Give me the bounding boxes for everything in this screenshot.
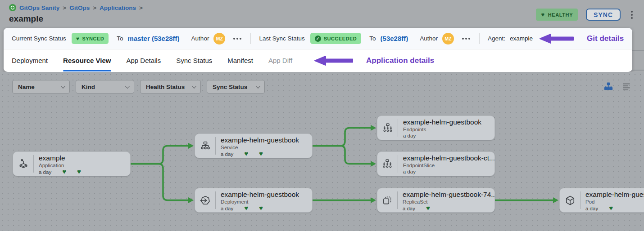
- dimmed-divider: [632, 50, 644, 51]
- tab-manifest[interactable]: Manifest: [227, 49, 253, 71]
- health-heart-icon: ♥: [259, 204, 263, 212]
- breadcrumb: GitOps Sanity > GitOps > Applications >: [9, 4, 143, 11]
- more-actions-icon[interactable]: [232, 36, 242, 41]
- author-label: Author: [420, 35, 438, 42]
- divider: [479, 33, 480, 44]
- node-kind: Endpoints: [403, 127, 481, 132]
- graph-node-endpointslice[interactable]: example-helm-guestbook-ct... EndpointSli…: [377, 151, 495, 176]
- pod-icon: [560, 191, 581, 209]
- node-title: example-helm-guestbook-74...: [403, 191, 494, 199]
- synced-badge: ♥ SYNCED: [72, 33, 109, 44]
- highlighted-panel: Current Sync Status ♥ SYNCED To master (…: [4, 28, 632, 72]
- heart-icon: ♥: [76, 36, 80, 41]
- node-title: example: [39, 154, 81, 162]
- current-sync-status-label: Current Sync Status: [12, 35, 66, 42]
- health-status-badge: ♥ HEALTHY: [536, 9, 578, 21]
- tab-deployment[interactable]: Deployment: [12, 49, 48, 71]
- health-heart-icon: ♥: [244, 150, 248, 157]
- author-label: Author: [191, 35, 209, 42]
- node-kind: Application: [39, 163, 81, 168]
- breadcrumb-separator: >: [93, 4, 96, 11]
- author-avatar: MZ: [213, 33, 225, 44]
- last-revision-link[interactable]: (53e28ff): [381, 35, 408, 42]
- annotation-arrow-left-icon: [539, 33, 574, 44]
- health-heart-icon: ♥: [259, 150, 263, 157]
- graph-node-application[interactable]: example Application a day♥♥: [13, 151, 131, 176]
- node-age: a day: [403, 206, 415, 211]
- health-heart-icon: ♥: [62, 168, 66, 175]
- node-age: a day: [403, 169, 416, 174]
- node-title: example-helm-guestbook: [403, 118, 481, 126]
- agent-label: Agent:: [488, 35, 505, 42]
- succeeded-badge: ✓ SUCCEEDED: [310, 33, 362, 44]
- tab-resource-view[interactable]: Resource View: [63, 49, 111, 71]
- node-age: a day: [403, 133, 416, 138]
- node-age: a day: [39, 169, 51, 175]
- sync-status-bar: Current Sync Status ♥ SYNCED To master (…: [4, 28, 632, 49]
- breadcrumb-link-gitops[interactable]: GitOps: [69, 4, 90, 11]
- health-heart-icon: ♥: [609, 204, 613, 212]
- node-title: example-helm-guest: [585, 191, 644, 199]
- graph-node-replicaset[interactable]: example-helm-guestbook-74... ReplicaSet …: [377, 188, 495, 213]
- check-circle-icon: ✓: [315, 36, 321, 42]
- heart-icon: ♥: [541, 12, 544, 18]
- to-label: To: [117, 35, 123, 42]
- tab-app-details[interactable]: App Details: [127, 49, 161, 71]
- annotation-arrow-left-icon: [314, 55, 354, 66]
- deployment-icon: [195, 191, 216, 209]
- gitops-logo-icon: [9, 4, 16, 11]
- current-revision-link[interactable]: master (53e28ff): [128, 35, 180, 42]
- sync-button[interactable]: SYNC: [586, 9, 621, 21]
- node-kind: EndpointSlice: [403, 163, 494, 168]
- breadcrumb-separator: >: [63, 4, 66, 11]
- graph-node-endpoints[interactable]: example-helm-guestbook Endpoints a day: [377, 116, 495, 140]
- node-title: example-helm-guestbook: [221, 191, 299, 199]
- divider: [250, 33, 251, 44]
- page-title: example: [9, 14, 43, 24]
- application-details-annotation: Application details: [366, 56, 434, 65]
- node-title: example-helm-guestbook: [221, 136, 299, 144]
- health-heart-icon: ♥: [77, 168, 81, 175]
- node-title: example-helm-guestbook-ct...: [403, 154, 494, 162]
- graph-node-deployment[interactable]: example-helm-guestbook Deployment a day♥…: [195, 188, 313, 213]
- graph-node-service[interactable]: example-helm-guestbook Service a day♥♥: [195, 133, 313, 158]
- breadcrumb-link-applications[interactable]: Applications: [100, 4, 136, 11]
- dimmed-divider: [632, 70, 644, 71]
- tab-app-diff[interactable]: App Diff: [268, 49, 292, 71]
- page-header: GitOps Sanity > GitOps > Applications > …: [0, 0, 644, 28]
- tab-bar: Deployment Resource View App Details Syn…: [4, 49, 632, 71]
- health-heart-icon: ♥: [244, 204, 248, 212]
- replicaset-icon: [377, 191, 398, 209]
- health-status-label: HEALTHY: [548, 12, 573, 18]
- node-kind: ReplicaSet: [403, 199, 494, 204]
- author-avatar: MZ: [442, 33, 454, 44]
- service-icon: [195, 137, 216, 155]
- node-age: a day: [221, 151, 233, 157]
- more-actions-icon[interactable]: [461, 36, 471, 41]
- application-icon: [13, 155, 34, 173]
- breadcrumb-separator: >: [139, 4, 143, 11]
- kebab-menu-icon[interactable]: [629, 9, 635, 20]
- endpointslice-icon: [377, 155, 398, 173]
- app-window: GitOps Sanity > GitOps > Applications > …: [0, 0, 644, 231]
- to-label: To: [369, 35, 376, 42]
- resource-graph-canvas: Name Kind Health Status Sync Status: [0, 72, 644, 231]
- node-kind: Pod: [585, 199, 644, 204]
- node-age: a day: [585, 206, 598, 211]
- agent-value: example: [510, 35, 533, 42]
- last-sync-status-label: Last Sync Status: [259, 35, 304, 42]
- git-details-annotation: Git details: [587, 34, 624, 43]
- endpoints-icon: [377, 119, 398, 137]
- graph-node-pod[interactable]: example-helm-guest Pod a day♥: [559, 188, 644, 213]
- tab-sync-status[interactable]: Sync Status: [176, 49, 212, 71]
- node-age: a day: [221, 206, 233, 211]
- breadcrumb-link-gitops-sanity[interactable]: GitOps Sanity: [19, 4, 59, 11]
- health-heart-icon: ♥: [426, 204, 430, 212]
